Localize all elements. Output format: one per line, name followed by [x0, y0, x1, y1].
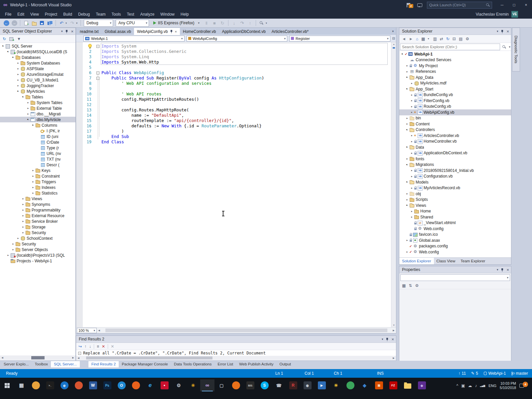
property-pages-button[interactable]: ⚙: [415, 283, 419, 288]
expander-icon[interactable]: ▸: [400, 52, 405, 57]
column-indicator[interactable]: Col 1: [305, 371, 314, 376]
clock[interactable]: 10:03 PM 5/10/2018: [500, 381, 516, 390]
expander-icon[interactable]: ▸: [410, 152, 414, 155]
redo-button[interactable]: ↷: [68, 19, 76, 27]
fold-toggle[interactable]: -: [96, 71, 99, 74]
r-app-icon[interactable]: R: [286, 379, 300, 391]
maximize-button[interactable]: □: [508, 0, 520, 10]
network-icon[interactable]: ▂▄▆: [480, 384, 485, 387]
task-view-button[interactable]: ▦: [14, 379, 29, 391]
tree-item-filterconfig-vb[interactable]: ▸FilterConfig.vb: [399, 98, 511, 104]
expander-icon[interactable]: ▸: [405, 86, 410, 92]
tree-item--viewstart-vbhtml[interactable]: _ViewStart.vbhtml: [399, 220, 511, 226]
tree-item-packages-config[interactable]: packages.config: [399, 243, 511, 249]
expander-icon[interactable]: ▸: [6, 254, 10, 257]
quick-launch[interactable]: [427, 2, 492, 9]
object-dropdown[interactable]: ▾: [400, 274, 510, 281]
expander-icon[interactable]: ▸: [1, 44, 6, 49]
tree-item-columns[interactable]: ▸Columns: [0, 122, 75, 128]
tree-item-bundleconfig-vb[interactable]: ▸BundleConfig.vb: [399, 92, 511, 98]
editor-vertical-scrollbar[interactable]: ▴ ▾: [391, 42, 396, 327]
expander-icon[interactable]: ▸: [405, 70, 409, 73]
panel-header[interactable]: Properties ▾ ×: [399, 266, 511, 273]
close-icon[interactable]: ×: [71, 30, 73, 33]
tree-item-i-pk-ir[interactable]: I (PK, ir: [0, 128, 75, 134]
flame-icon[interactable]: [129, 379, 143, 391]
expander-icon[interactable]: ▸: [405, 162, 410, 167]
expander-icon[interactable]: ▸: [31, 186, 35, 189]
repository-indicator[interactable]: WebApi-1: [483, 371, 506, 376]
switch-views-button[interactable]: ▦: [421, 37, 425, 41]
solution-platforms-dropdown[interactable]: Any CPU▾: [116, 20, 149, 27]
expander-icon[interactable]: ▸: [410, 134, 414, 137]
menu-analyze[interactable]: Analyze: [137, 10, 158, 19]
find-results-content[interactable]: - Replace all ".CrDate = .CrDate", ".CrD…: [76, 350, 396, 356]
scroll-thumb[interactable]: [31, 356, 45, 359]
scroll-left-icon[interactable]: ◀: [0, 356, 5, 359]
close-icon[interactable]: ×: [506, 30, 509, 33]
dock-tab-package-manager-console[interactable]: Package Manager Console: [119, 361, 171, 367]
line-indicator[interactable]: Ln 1: [275, 371, 283, 376]
forward-button[interactable]: ►: [409, 37, 413, 41]
dock-tab-server-explo-[interactable]: Server Explo...: [1, 361, 32, 367]
tree-item-scripts[interactable]: ▸Scripts: [399, 197, 511, 203]
expander-icon[interactable]: ▸: [31, 180, 35, 183]
blue-ball-icon[interactable]: O: [114, 379, 129, 391]
zoom-dropdown[interactable]: 100 % ▾: [77, 328, 97, 333]
outgoing-commits[interactable]: ↑11: [459, 371, 466, 376]
expander-icon[interactable]: ▸: [21, 225, 25, 228]
save-all-button[interactable]: [46, 19, 54, 27]
expander-icon[interactable]: ▸: [410, 82, 414, 85]
minimize-button[interactable]: ─: [496, 0, 508, 10]
step-out-button[interactable]: ↑: [246, 19, 254, 27]
scroll-right-icon[interactable]: ▶: [71, 356, 75, 359]
photoshop-icon[interactable]: Ps: [100, 379, 114, 391]
undo-button[interactable]: ↶: [58, 19, 65, 27]
expander-icon[interactable]: ▸: [31, 169, 35, 172]
expander-icon[interactable]: ▸: [21, 220, 25, 223]
solution-search-input[interactable]: [400, 44, 500, 50]
explorer-icon[interactable]: [400, 379, 415, 391]
tree-item-tables[interactable]: ▸Tables: [0, 94, 75, 100]
media-icon[interactable]: ▶: [315, 379, 329, 391]
tree-item-web-config[interactable]: ▸Web.config: [399, 249, 511, 255]
solution-configurations-dropdown[interactable]: Debug▾: [84, 20, 113, 27]
code-line[interactable]: 9: [76, 86, 391, 91]
dock-tab-sql-server-[interactable]: SQL Server...: [51, 361, 80, 367]
code-line[interactable]: 19End Class: [76, 139, 391, 145]
expander-icon[interactable]: ▸: [31, 123, 36, 128]
expander-icon[interactable]: ▸: [21, 94, 26, 100]
document-tab[interactable]: Global.asax.vb: [102, 28, 134, 35]
tree-item-synonyms[interactable]: ▸Synonyms: [0, 201, 75, 207]
firefox-icon[interactable]: [229, 379, 243, 391]
expander-icon[interactable]: ▸: [16, 237, 20, 240]
phone-icon[interactable]: ☎: [272, 379, 286, 391]
tree-item-system-databases[interactable]: ▸System Databases: [0, 60, 75, 66]
tree-item-programmability[interactable]: ▸Programmability: [0, 207, 75, 213]
chevron-down-icon[interactable]: ▾: [61, 30, 63, 33]
expander-icon[interactable]: ▸: [410, 93, 414, 96]
tree-item-dbo-migrati[interactable]: ▸dbo.__Migrati: [0, 111, 75, 117]
expander-icon[interactable]: ▸: [410, 187, 414, 190]
tree-item-service-broker[interactable]: ▸Service Broker: [0, 218, 75, 224]
tray-expand-button[interactable]: ^: [457, 383, 459, 388]
tree-item-constraint[interactable]: ▸Constraint: [0, 173, 75, 179]
sun-icon[interactable]: ☀: [329, 379, 343, 391]
scroll-left-icon[interactable]: ◀: [76, 357, 81, 359]
document-tab[interactable]: HomeController.vb: [180, 28, 219, 35]
notifications-button[interactable]: 2: [406, 3, 412, 8]
back-button[interactable]: ◄: [402, 37, 406, 41]
menu-build[interactable]: Build: [60, 10, 75, 19]
sync-with-active-document-button[interactable]: ⇄: [440, 37, 443, 41]
tree-item-web-config[interactable]: Web.config: [399, 226, 511, 232]
tree-item-myarticlesrecord-vb[interactable]: ▸MyArticlesRecord.vb: [399, 185, 511, 191]
expander-icon[interactable]: ▸: [410, 105, 414, 108]
expander-icon[interactable]: ▸: [410, 215, 414, 218]
project-dropdown[interactable]: VB WebApi-1 ▾: [83, 36, 185, 42]
expander-icon[interactable]: ▸: [410, 140, 414, 143]
tree-item-cu-vb-3-model1[interactable]: ▸CU_VB_3.Model1: [0, 77, 75, 83]
expander-icon[interactable]: ▸: [16, 73, 20, 76]
add-sql-server-button[interactable]: [9, 37, 14, 41]
save-button[interactable]: [38, 19, 46, 27]
tree-item-configuration-vb[interactable]: ▸Configuration.vb: [399, 174, 511, 180]
